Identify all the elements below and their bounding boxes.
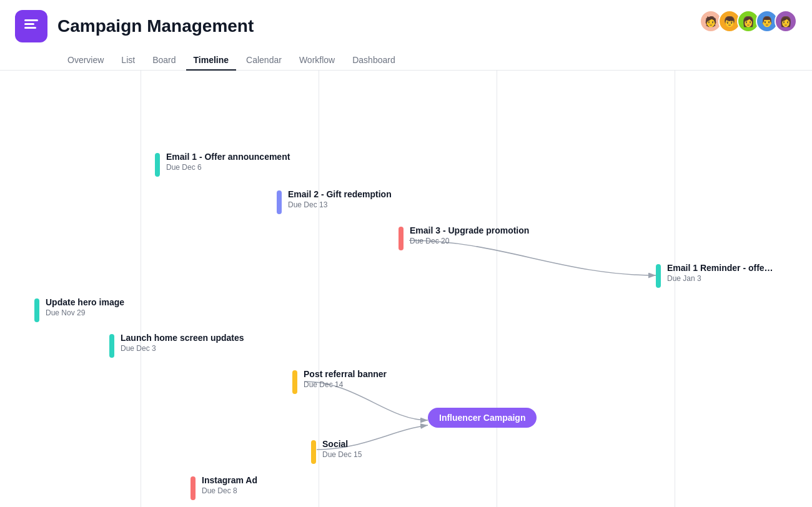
svg-rect-2 — [24, 27, 36, 29]
nav-timeline[interactable]: Timeline — [186, 50, 237, 70]
task-due-email1-reminder: Due Jan 3 — [667, 274, 773, 283]
task-email2[interactable]: Email 2 - Gift redemption Due Dec 13 — [277, 189, 392, 214]
arrows-overlay — [0, 71, 812, 507]
milestone-influencer[interactable]: Influencer Campaign — [428, 408, 537, 428]
task-bar-social — [311, 440, 316, 464]
task-due-email1: Due Dec 6 — [166, 163, 290, 172]
task-bar-instagram — [191, 476, 196, 500]
avatar-group: 🧑 👦 👩 👨 👩 — [700, 10, 797, 32]
task-info-email1-reminder: Email 1 Reminder - offe… Due Jan 3 — [667, 263, 773, 283]
grid-line-3 — [497, 71, 497, 507]
task-info-launch-home: Launch home screen updates Due Dec 3 — [121, 333, 244, 353]
task-info-instagram: Instagram Ad Due Dec 8 — [202, 475, 257, 495]
nav-dashboard[interactable]: Dashboard — [345, 50, 403, 70]
task-due-update-hero: Due Nov 29 — [46, 308, 124, 317]
task-title-instagram: Instagram Ad — [202, 475, 257, 485]
task-title-email1: Email 1 - Offer announcement — [166, 152, 290, 162]
app-icon — [15, 10, 47, 42]
task-info-email1: Email 1 - Offer announcement Due Dec 6 — [166, 152, 290, 172]
task-title-email1-reminder: Email 1 Reminder - offe… — [667, 263, 773, 273]
svg-rect-0 — [24, 19, 38, 21]
task-bar-update-hero — [34, 298, 39, 322]
task-info-social: Social Due Dec 15 — [322, 439, 362, 459]
task-info-email3: Email 3 - Upgrade promotion Due Dec 20 — [410, 225, 529, 245]
task-due-post-referral: Due Dec 14 — [304, 380, 387, 389]
task-launch-home[interactable]: Launch home screen updates Due Dec 3 — [109, 333, 244, 358]
task-title-post-referral: Post referral banner — [304, 369, 387, 379]
task-instagram[interactable]: Instagram Ad Due Dec 8 — [191, 475, 257, 500]
page-title: Campaign Management — [57, 16, 797, 36]
task-info-email2: Email 2 - Gift redemption Due Dec 13 — [288, 189, 392, 209]
svg-rect-1 — [24, 23, 34, 25]
timeline-area: Email 1 - Offer announcement Due Dec 6 E… — [0, 71, 812, 507]
task-bar-launch-home — [109, 334, 114, 358]
task-bar-email1 — [155, 153, 160, 177]
nav: Overview List Board Timeline Calendar Wo… — [0, 45, 812, 71]
task-bar-email3 — [399, 227, 404, 250]
nav-workflow[interactable]: Workflow — [292, 50, 342, 70]
task-info-update-hero: Update hero image Due Nov 29 — [46, 297, 124, 317]
avatar-5: 👩 — [775, 10, 797, 32]
task-update-hero[interactable]: Update hero image Due Nov 29 — [34, 297, 124, 322]
task-due-email3: Due Dec 20 — [410, 237, 529, 245]
nav-overview[interactable]: Overview — [60, 50, 111, 70]
task-bar-email2 — [277, 190, 282, 214]
task-title-email3: Email 3 - Upgrade promotion — [410, 225, 529, 235]
task-due-instagram: Due Dec 8 — [202, 486, 257, 495]
task-email1-reminder[interactable]: Email 1 Reminder - offe… Due Jan 3 — [656, 263, 773, 288]
task-info-post-referral: Post referral banner Due Dec 14 — [304, 369, 387, 389]
task-email3[interactable]: Email 3 - Upgrade promotion Due Dec 20 — [399, 225, 529, 250]
task-title-email2: Email 2 - Gift redemption — [288, 189, 392, 199]
task-bar-post-referral — [292, 370, 297, 394]
task-due-social: Due Dec 15 — [322, 450, 362, 459]
nav-board[interactable]: Board — [145, 50, 183, 70]
task-due-email2: Due Dec 13 — [288, 200, 392, 209]
header: Campaign Management 🧑 👦 👩 👨 👩 — [0, 0, 812, 42]
nav-calendar[interactable]: Calendar — [239, 50, 289, 70]
grid-line-1 — [141, 71, 141, 507]
task-title-update-hero: Update hero image — [46, 297, 124, 307]
task-social[interactable]: Social Due Dec 15 — [311, 439, 362, 464]
task-title-social: Social — [322, 439, 362, 449]
app-icon-symbol — [22, 16, 40, 37]
grid-line-4 — [675, 71, 675, 507]
task-post-referral[interactable]: Post referral banner Due Dec 14 — [292, 369, 387, 394]
task-email1[interactable]: Email 1 - Offer announcement Due Dec 6 — [155, 152, 290, 177]
task-due-launch-home: Due Dec 3 — [121, 344, 244, 353]
nav-list[interactable]: List — [114, 50, 142, 70]
task-title-launch-home: Launch home screen updates — [121, 333, 244, 343]
task-bar-email1-reminder — [656, 264, 661, 288]
